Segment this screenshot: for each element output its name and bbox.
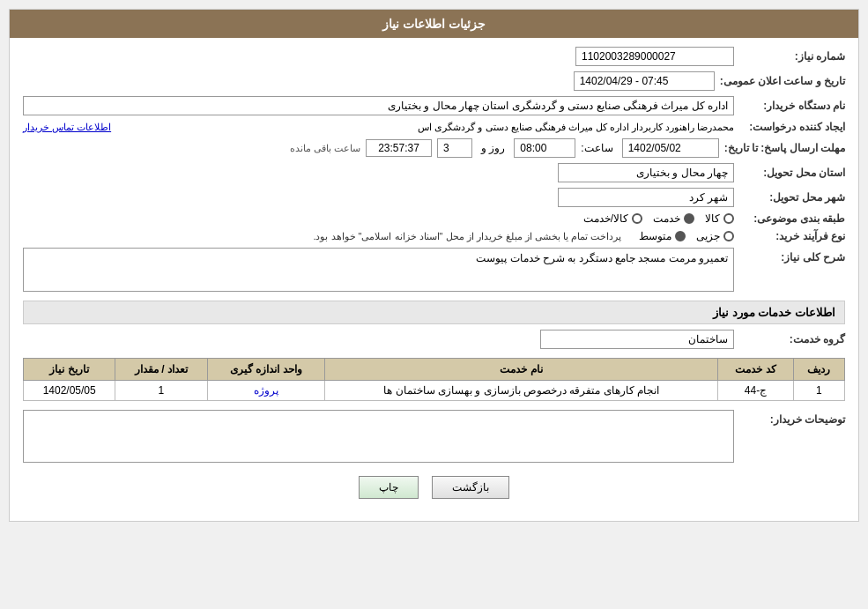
tabaqe-kala-label: کالا (705, 212, 720, 225)
noe-farayand-label: نوع فرآیند خرید: (739, 230, 845, 242)
sharh-value: تعمیرو مرمت مسجد جامع دستگرد به شرح خدما… (476, 252, 728, 264)
col-tedad: تعداد / مقدار (115, 359, 207, 381)
chap-button[interactable]: چاپ (359, 476, 419, 499)
cell-vahed: پروژه (207, 381, 325, 401)
mohlat-date-field: 1402/05/02 (622, 138, 719, 158)
table-row: 1 ج-44 انجام کارهای متفرقه درخصوص بازساز… (24, 381, 845, 401)
nam-dasgah-label: نام دستگاه خریدار: (739, 100, 845, 112)
mohlat-saat: 08:00 (520, 142, 546, 154)
col-kod-khedmat: کد خدمت (718, 359, 794, 381)
mohlat-row: مهلت ارسال پاسخ: تا تاریخ: 1402/05/02 سا… (23, 138, 845, 158)
nam-dasgah-field: اداره کل میراث فرهنگی صنایع دستی و گردشگ… (23, 96, 734, 115)
noe-farayand-mottaset-item[interactable]: متوسط (639, 230, 686, 242)
noe-farayand-row: نوع فرآیند خرید: جزیی متوسط پرداخت تمام … (23, 230, 845, 242)
ejad-konande-value: محمدرضا راهنورد کاربردار اداره کل میراث … (116, 122, 734, 133)
noe-farayand-mottaset-label: متوسط (639, 230, 671, 242)
tabaqe-khedmat-item[interactable]: خدمت (653, 212, 694, 225)
shahr-field: شهر کرد (558, 188, 734, 207)
tabaqe-row: طبقه بندی موضوعی: کالا خدمت کالا/خدمت (23, 212, 845, 225)
tabaqe-kalakhedmat-radio[interactable] (632, 213, 642, 224)
nam-dasgah-value: اداره کل میراث فرهنگی صنایع دستی و گردشگ… (388, 100, 728, 112)
grohe-khedmat-value: ساختمان (688, 333, 728, 345)
tozihat-label: توضیحات خریدار: (739, 410, 845, 426)
tabaqe-kalakhedmat-label: کالا/خدمت (583, 212, 628, 225)
tozihat-field (23, 410, 734, 463)
cell-kod-khedmat: ج-44 (718, 381, 794, 401)
tabaqe-khedmat-label: خدمت (653, 212, 680, 225)
tabaqe-label: طبقه بندی موضوعی: (739, 212, 845, 225)
content-area: شماره نیاز: 1102003289000027 تاریخ و ساع… (10, 38, 858, 521)
shahr-label: شهر محل تحویل: (739, 191, 845, 204)
khedmat-section-title: اطلاعات خدمات مورد نیاز (23, 301, 845, 324)
shomare-niaz-field: 1102003289000027 (575, 47, 734, 66)
tabaqe-khedmat-radio[interactable] (684, 213, 694, 224)
col-radif: ردیف (793, 359, 844, 381)
tarikh-value: 1402/04/29 - 07:45 (580, 75, 669, 87)
cell-nam-khedmat: انجام کارهای متفرقه درخصوص بازسازی و بهس… (325, 381, 718, 401)
shomare-niaz-label: شماره نیاز: (739, 50, 845, 63)
table-header-row: ردیف کد خدمت نام خدمت واحد اندازه گیری ت… (24, 359, 845, 381)
khedmat-table-section: ردیف کد خدمت نام خدمت واحد اندازه گیری ت… (23, 358, 845, 401)
noe-farayand-desc: پرداخت تمام یا بخشی از مبلغ خریدار از مح… (313, 231, 621, 242)
nam-dasgah-row: نام دستگاه خریدار: اداره کل میراث فرهنگی… (23, 96, 845, 115)
grohe-khedmat-row: گروه خدمت: ساختمان (23, 330, 845, 349)
mohlat-mande-time: 23:57:37 (366, 139, 432, 157)
sharh-row: شرح کلی نیاز: تعمیرو مرمت مسجد جامع دستگ… (23, 248, 845, 292)
ejad-konande-link[interactable]: اطلاعات تماس خریدار (23, 122, 111, 133)
shomare-niaz-row: شماره نیاز: 1102003289000027 (23, 47, 845, 66)
col-nam-khedmat: نام خدمت (325, 359, 718, 381)
noe-farayand-jezzi-item[interactable]: جزیی (696, 230, 734, 242)
tabaqe-kala-radio[interactable] (723, 213, 734, 224)
ejad-konande-label: ایجاد کننده درخواست: (739, 121, 845, 133)
tarikh-field: 1402/04/29 - 07:45 (574, 71, 715, 91)
ostan-field: چهار محال و بختیاری (558, 163, 734, 182)
mohlat-rooz-label: روز و (481, 142, 505, 154)
tabaqe-kalakhedmat-item[interactable]: کالا/خدمت (583, 212, 642, 225)
mohlat-rooz-field: 3 (437, 138, 472, 158)
cell-tedad: 1 (115, 381, 207, 401)
mohlat-saat-field: 08:00 (514, 138, 575, 158)
tarikh-label: تاریخ و ساعت اعلان عمومی: (720, 75, 845, 87)
ostan-value: چهار محال و بختیاری (636, 167, 728, 179)
tozihat-row: توضیحات خریدار: (23, 410, 845, 463)
button-row: بازگشت چاپ (23, 476, 845, 499)
mohlat-saat-label: ساعت: (581, 142, 612, 154)
col-vahed: واحد اندازه گیری (207, 359, 325, 381)
noe-farayand-mottaset-radio[interactable] (675, 231, 686, 241)
grohe-khedmat-label: گروه خدمت: (739, 333, 845, 345)
noe-farayand-radio-group: جزیی متوسط پرداخت تمام یا بخشی از مبلغ خ… (313, 230, 734, 242)
cell-radif: 1 (793, 381, 844, 401)
tabaqe-radio-group: کالا خدمت کالا/خدمت (583, 212, 734, 225)
tabaqe-kala-item[interactable]: کالا (705, 212, 734, 225)
tarikh-row: تاریخ و ساعت اعلان عمومی: 1402/04/29 - 0… (23, 71, 845, 91)
page-header: جزئیات اطلاعات نیاز (10, 10, 858, 38)
noe-farayand-jezzi-radio[interactable] (723, 231, 734, 241)
grohe-khedmat-field: ساختمان (540, 330, 734, 349)
mohlat-mande-label: ساعت باقی مانده (290, 143, 360, 154)
sharh-field: تعمیرو مرمت مسجد جامع دستگرد به شرح خدما… (23, 248, 734, 292)
ostan-label: استان محل تحویل: (739, 167, 845, 179)
page-container: جزئیات اطلاعات نیاز شماره نیاز: 11020032… (9, 9, 859, 522)
mohlat-rooz: 3 (443, 142, 449, 154)
mohlat-date: 1402/05/02 (628, 142, 681, 154)
khedmat-table: ردیف کد خدمت نام خدمت واحد اندازه گیری ت… (23, 358, 845, 401)
ostan-row: استان محل تحویل: چهار محال و بختیاری (23, 163, 845, 182)
mohlat-label: مهلت ارسال پاسخ: تا تاریخ: (724, 142, 845, 154)
shomare-niaz-value: 1102003289000027 (582, 50, 676, 63)
sharh-label: شرح کلی نیاز: (739, 248, 845, 264)
cell-tarikh: 1402/05/05 (24, 381, 115, 401)
header-title: جزئیات اطلاعات نیاز (382, 17, 486, 31)
bazgasht-button[interactable]: بازگشت (432, 476, 509, 499)
ejad-konande-row: ایجاد کننده درخواست: محمدرضا راهنورد کار… (23, 121, 845, 133)
shahr-row: شهر محل تحویل: شهر کرد (23, 188, 845, 207)
col-tarikh: تاریخ نیاز (24, 359, 115, 381)
noe-farayand-jezzi-label: جزیی (696, 230, 720, 242)
shahr-value: شهر کرد (689, 191, 728, 204)
